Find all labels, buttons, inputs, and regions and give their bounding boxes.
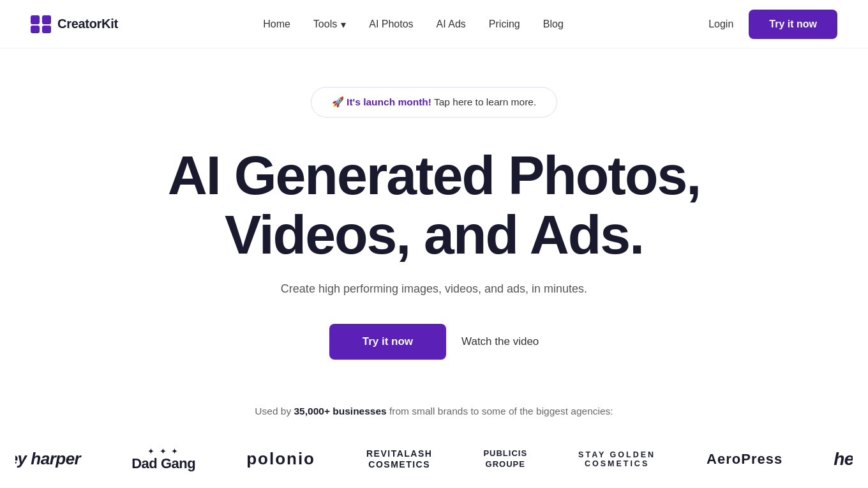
logo-aeropress: AeroPress <box>681 440 808 478</box>
nav-right: Login Try it now <box>708 10 837 39</box>
hero-section: 🚀 It's launch month! Tap here to learn m… <box>0 49 868 488</box>
hero-title-line2: Videos, and Ads. <box>225 204 643 265</box>
logos-strip: hey harper ✦ ✦ ✦ Dad Gang polonio REVITA… <box>15 440 853 478</box>
logo-text: CreatorKit <box>57 17 118 31</box>
social-proof-text: Used by 35,000+ businesses from small br… <box>15 406 853 417</box>
nav-tools-dropdown[interactable]: Tools ▾ <box>313 18 346 31</box>
nav-tools-label: Tools <box>313 19 337 30</box>
sp-pre: Used by <box>255 406 291 416</box>
svg-rect-1 <box>42 15 51 24</box>
logo-heid: heid <box>808 440 853 478</box>
banner-emoji: 🚀 <box>332 96 344 107</box>
banner-highlight: It's launch month! <box>347 96 431 107</box>
logo-link[interactable]: CreatorKit <box>31 15 118 33</box>
nav-ai-ads[interactable]: AI Ads <box>437 19 466 29</box>
nav-ai-photos[interactable]: AI Photos <box>369 19 413 29</box>
social-proof-section: Used by 35,000+ businesses from small br… <box>15 406 853 478</box>
nav-links: Home Tools ▾ AI Photos AI Ads Pricing Bl… <box>263 18 564 31</box>
nav-blog[interactable]: Blog <box>543 19 564 29</box>
sp-mid: businesses <box>333 406 386 416</box>
svg-rect-3 <box>42 26 51 33</box>
nav-cta-button[interactable]: Try it now <box>749 10 837 39</box>
logo-dad-gang: ✦ ✦ ✦ Dad Gang <box>106 440 221 478</box>
sp-count: 35,000+ <box>294 406 330 416</box>
banner-subtext: Tap here to learn more. <box>434 96 536 107</box>
launch-banner[interactable]: 🚀 It's launch month! Tap here to learn m… <box>311 87 557 118</box>
logo-stay-golden: STAY GOLDENCOSMETICS <box>553 440 681 478</box>
watch-video-label: Watch the video <box>461 335 539 348</box>
logo-polonio: polonio <box>221 440 341 478</box>
svg-rect-0 <box>31 15 40 24</box>
main-nav: CreatorKit Home Tools ▾ AI Photos AI Ads… <box>0 0 868 49</box>
sp-post: from small brands to some of the biggest… <box>389 406 613 416</box>
logo-revitalash: REVITALASHCOSMETICS <box>341 440 458 478</box>
hero-cta-button[interactable]: Try it now <box>329 324 446 360</box>
login-link[interactable]: Login <box>708 19 733 30</box>
watch-video-button[interactable]: Watch the video <box>461 335 539 348</box>
nav-pricing[interactable]: Pricing <box>489 19 520 29</box>
hero-subtitle: Create high performing images, videos, a… <box>281 282 587 296</box>
logo-publicis: PUBLICISGROUPE <box>458 440 553 478</box>
nav-home[interactable]: Home <box>263 19 290 29</box>
svg-rect-2 <box>31 26 40 33</box>
logo-hey-harper: hey harper <box>15 440 106 478</box>
hero-buttons: Try it now Watch the video <box>329 324 539 360</box>
chevron-down-icon: ▾ <box>341 19 346 31</box>
hero-title-line1: AI Generated Photos, <box>168 144 701 206</box>
logo-icon <box>31 15 51 33</box>
hero-title: AI Generated Photos, Videos, and Ads. <box>168 146 701 264</box>
